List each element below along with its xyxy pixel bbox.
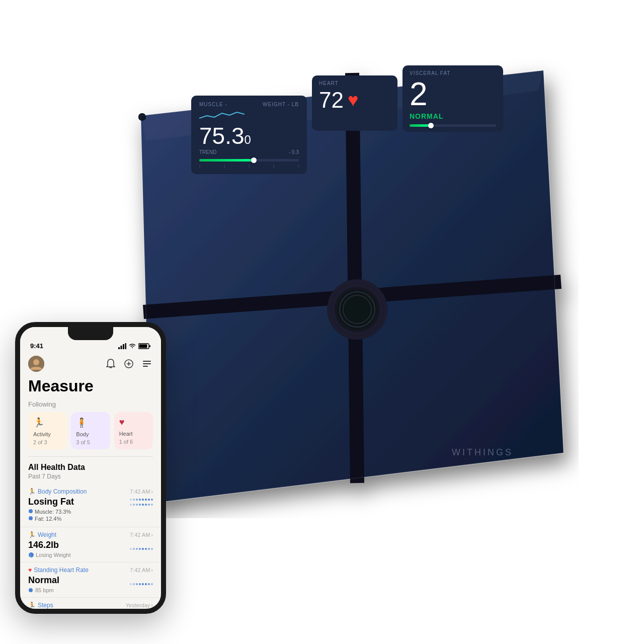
heart-count: 1 of 6 — [119, 439, 148, 445]
visceral-value: 2 — [410, 78, 496, 110]
svg-rect-24 — [143, 366, 148, 367]
activity-icon: 🏃 — [33, 417, 62, 428]
app-header — [20, 352, 161, 375]
status-time: 9:41 — [30, 342, 43, 350]
weight-card: MUSCLE - WEIGHT - LB 75.30 TREND - 0.3 |… — [191, 96, 307, 174]
phone-screen: 9:41 — [20, 327, 161, 609]
svg-rect-15 — [149, 345, 150, 347]
weight-time: 7:42 AM › — [130, 532, 153, 538]
svg-rect-23 — [143, 363, 151, 364]
body-comp-category: 🏃 Body Composition — [28, 488, 87, 495]
heart-rate-time: 7:42 AM › — [130, 567, 153, 573]
all-health-title: All Health Data — [20, 460, 161, 473]
heart-rate-category: ♥ Standing Heart Rate — [28, 567, 89, 574]
health-item-heart-rate[interactable]: ♥ Standing Heart Rate 7:42 AM › Normal 8… — [20, 562, 161, 598]
body-comp-time: 7:42 AM › — [130, 489, 153, 495]
brand-label: WITHINGS — [452, 447, 513, 458]
menu-icon[interactable] — [141, 358, 153, 370]
heart-card-label: HEART — [319, 80, 390, 86]
svg-rect-22 — [143, 361, 151, 362]
activity-name: Activity — [33, 431, 62, 437]
svg-rect-9 — [138, 113, 146, 121]
body-comp-title: Losing Fat — [28, 497, 74, 507]
notification-icon[interactable] — [105, 358, 117, 370]
following-card-body[interactable]: 🧍 Body 3 of 5 — [71, 412, 110, 449]
heart-value: 72 — [319, 89, 344, 111]
svg-rect-16 — [139, 344, 147, 348]
body-comp-muscle: Muscle: 73.3% — [28, 509, 74, 515]
svg-point-25 — [29, 509, 33, 513]
heart-rate-bpm: 85 bpm — [28, 587, 59, 593]
status-icons — [118, 343, 151, 349]
add-icon[interactable] — [123, 358, 135, 370]
weight-title: 146.2lb — [28, 540, 71, 550]
visceral-fat-label: VISCERAL FAT — [410, 70, 496, 76]
heart-icon: ♥ — [348, 90, 358, 111]
battery-icon — [138, 343, 151, 349]
body-comp-fat: Fat: 12.4% — [28, 516, 74, 522]
following-section: Following 🏃 Activity 2 of 3 🧍 Body 3 of … — [20, 400, 161, 453]
dynamic-island — [68, 327, 113, 340]
svg-rect-12 — [123, 344, 124, 349]
health-item-body-composition[interactable]: 🏃 Body Composition 7:42 AM › Losing Fat … — [20, 484, 161, 527]
svg-rect-13 — [125, 343, 127, 349]
signal-icon — [118, 343, 126, 349]
header-icons — [105, 358, 153, 370]
svg-rect-10 — [118, 347, 120, 349]
all-health-subtitle: Past 7 Days — [20, 473, 161, 484]
muscle-card-label: MUSCLE - — [199, 102, 245, 107]
app-title: Measure — [20, 375, 161, 400]
body-name: Body — [76, 431, 105, 437]
health-item-steps[interactable]: 🏃 Steps Yesterday › — [20, 598, 161, 609]
weight-card-label: WEIGHT - LB — [263, 102, 299, 107]
user-avatar[interactable] — [28, 356, 44, 372]
body-count: 3 of 5 — [76, 439, 105, 445]
trend-label: TREND — [199, 149, 216, 155]
svg-point-29 — [29, 588, 33, 592]
steps-category: 🏃 Steps — [28, 602, 53, 609]
activity-count: 2 of 3 — [33, 439, 62, 445]
visceral-status: NORMAL — [410, 112, 496, 120]
divider-1 — [28, 456, 153, 457]
following-cards: 🏃 Activity 2 of 3 🧍 Body 3 of 5 ♥ Heart — [28, 412, 153, 449]
svg-rect-11 — [121, 346, 122, 349]
weight-value: 75.30 — [199, 124, 299, 147]
svg-text:↓: ↓ — [30, 553, 32, 557]
following-card-heart[interactable]: ♥ Heart 1 of 6 — [114, 412, 153, 449]
losing-weight-badge: ↓ Losing Weight — [28, 552, 71, 558]
weight-category: 🏃 Weight — [28, 531, 56, 538]
visceral-fat-card: VISCERAL FAT 2 NORMAL — [403, 65, 503, 132]
heart-name: Heart — [119, 431, 148, 437]
phone-container: 9:41 — [15, 322, 166, 614]
svg-point-26 — [29, 516, 33, 520]
following-card-activity[interactable]: 🏃 Activity 2 of 3 — [28, 412, 67, 449]
data-cards: MUSCLE - WEIGHT - LB 75.30 TREND - 0.3 |… — [191, 65, 518, 201]
phone-frame: 9:41 — [15, 322, 166, 614]
svg-point-18 — [33, 359, 39, 365]
health-item-weight[interactable]: 🏃 Weight 7:42 AM › 146.2lb ↓ Losing Weig… — [20, 527, 161, 562]
trend-value: - 0.3 — [289, 149, 299, 155]
wifi-icon — [128, 343, 136, 349]
heart-rate-title: Normal — [28, 575, 59, 586]
body-icon: 🧍 — [76, 417, 105, 428]
heart-card: HEART 72 ♥ — [312, 75, 397, 131]
heart-follow-icon: ♥ — [119, 417, 148, 428]
steps-time: Yesterday › — [126, 602, 153, 608]
following-label: Following — [28, 400, 153, 408]
